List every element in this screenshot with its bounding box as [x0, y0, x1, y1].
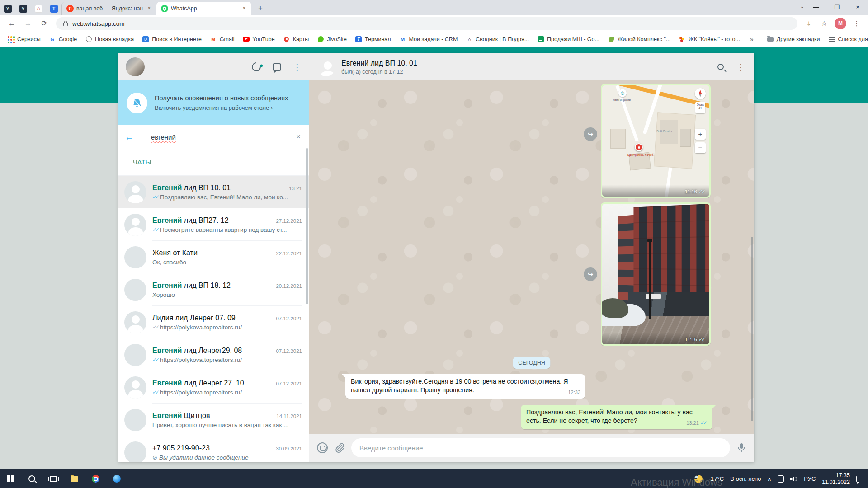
- start-button[interactable]: [0, 469, 21, 488]
- search-bar: ← евгений ×: [118, 125, 309, 149]
- install-icon[interactable]: [802, 17, 815, 30]
- map-image-message[interactable]: ◎ Ленгипроме Seti Center Этаж 41 Центр и…: [601, 84, 711, 198]
- tab-yandex-search[interactable]: Я вацап веб — Яндекс: нашлось 4 ×: [61, 2, 156, 15]
- tray-chevron-icon[interactable]: ∧: [768, 476, 772, 482]
- chrome-taskbar-button[interactable]: [85, 469, 106, 488]
- bookmark-jivosite[interactable]: JivoSite: [314, 34, 349, 44]
- weather-temperature[interactable]: -17°C: [709, 475, 724, 482]
- map-floor-control[interactable]: Этаж 41: [695, 102, 705, 113]
- pinned-tab-terminal[interactable]: T: [46, 2, 61, 15]
- sidebar-menu-icon[interactable]: ⋮: [293, 63, 302, 71]
- bookmarks-overflow-chevron[interactable]: »: [747, 36, 756, 43]
- chat-time: 07.12.2021: [272, 316, 302, 321]
- status-icon[interactable]: [250, 61, 263, 73]
- photo-image-message[interactable]: 11:16 ✓✓: [601, 202, 711, 346]
- forward-button[interactable]: →: [22, 17, 34, 30]
- message-input[interactable]: [351, 438, 730, 457]
- bookmark-crm-tasks[interactable]: ММои задачи - CRM: [396, 34, 461, 44]
- tab-close-icon[interactable]: ×: [146, 5, 153, 12]
- home-icon: ⌂: [35, 5, 42, 13]
- weather-description[interactable]: В осн. ясно: [730, 475, 761, 482]
- chat-header[interactable]: Евгений лид ВП 10. 01 был(-а) сегодня в …: [309, 53, 754, 80]
- action-center-icon[interactable]: [856, 476, 863, 482]
- pinned-tab-realty[interactable]: ⌂: [31, 2, 46, 15]
- chat-list-item[interactable]: Лидия лид Ленрег 07. 0907.12.2021 ✓✓http…: [118, 306, 309, 338]
- bookmark-star-icon[interactable]: ☆: [818, 17, 830, 30]
- bookmark-svodnik[interactable]: ⌂Сводник | В Подря...: [463, 34, 532, 44]
- chat-list-item[interactable]: +7 905 219-90-2330.09.2021 ⊘Вы удалили д…: [118, 436, 309, 462]
- bookmark-maps[interactable]: Карты: [280, 34, 312, 44]
- chat-list-item[interactable]: Евгений лид Ленрег 27. 1007.12.2021 ✓✓ht…: [118, 371, 309, 404]
- bookmark-services[interactable]: Сервисы: [5, 34, 43, 44]
- zoom-in-button[interactable]: +: [695, 129, 706, 140]
- device-tray-icon[interactable]: [778, 475, 784, 483]
- pinned-tab-yandex-1[interactable]: Y: [0, 2, 15, 15]
- new-chat-icon[interactable]: [273, 63, 281, 71]
- avatar: [124, 181, 146, 203]
- chat-list-item[interactable]: Евгений лид Ленрег29. 0807.12.2021 ✓✓htt…: [118, 338, 309, 371]
- bookmark-web-search[interactable]: Поиск в Интернете: [139, 34, 204, 44]
- bookmark-google[interactable]: GGoogle: [46, 34, 80, 44]
- map-pin-label: Центр инж. лечеб.: [627, 153, 655, 157]
- double-check-icon: ✓✓: [152, 324, 158, 330]
- search-input[interactable]: евгений: [151, 133, 176, 141]
- bookmark-sales-sheet[interactable]: Продажи МШ - Go...: [534, 34, 602, 44]
- chat-avatar[interactable]: [316, 57, 335, 76]
- messages-scrollbar[interactable]: [751, 237, 753, 421]
- my-profile-avatar[interactable]: [126, 57, 145, 76]
- deleted-message-icon: ⊘: [152, 454, 157, 461]
- pinned-tab-yandex-2[interactable]: Y: [15, 2, 31, 15]
- browser-profile-avatar[interactable]: М: [835, 18, 846, 29]
- taskbar-search-button[interactable]: [21, 469, 42, 488]
- search-clear-icon[interactable]: ×: [296, 132, 301, 141]
- tab-close-icon[interactable]: ×: [241, 5, 248, 12]
- tab-search-chevron-icon[interactable]: ⌄: [800, 3, 805, 9]
- language-indicator[interactable]: РУС: [804, 475, 816, 482]
- file-explorer-button[interactable]: [64, 469, 85, 488]
- bookmark-residential-complex[interactable]: Жилой Комплекс "...: [605, 34, 673, 44]
- weather-icon[interactable]: [694, 475, 703, 483]
- search-icon: [142, 36, 149, 43]
- map-label: Seti Center: [656, 130, 672, 133]
- zoom-out-button[interactable]: −: [695, 142, 706, 153]
- task-view-button[interactable]: [42, 469, 64, 488]
- browser-taskbar-button[interactable]: [106, 469, 127, 488]
- bookmark-terminal[interactable]: TТерминал: [352, 34, 394, 44]
- chat-list-item[interactable]: Женя от Кати22.12.2021 Ок, спасибо: [118, 241, 309, 273]
- bookmark-kleny[interactable]: ЖК "Клёны" - гото...: [676, 34, 743, 44]
- window-maximize-button[interactable]: ❐: [826, 0, 847, 15]
- window-close-button[interactable]: ×: [847, 0, 868, 15]
- other-bookmarks-button[interactable]: Другие закладки: [764, 34, 823, 44]
- chat-list-item[interactable]: Евгений лид ВП 18. 1220.12.2021 Хорошо: [118, 273, 309, 306]
- search-back-icon[interactable]: ←: [125, 132, 140, 142]
- chat-list-item[interactable]: Евгений лид ВП27. 1227.12.2021 ✓✓Посмотр…: [118, 208, 309, 241]
- conversation-panel: Евгений лид ВП 10. 01 был(-а) сегодня в …: [309, 53, 754, 462]
- search-messages-icon[interactable]: [717, 64, 724, 70]
- new-tab-button[interactable]: +: [254, 2, 267, 15]
- attach-icon[interactable]: [334, 442, 345, 453]
- bookmark-youtube[interactable]: YouTube: [240, 34, 278, 44]
- sidebar-scrollbar[interactable]: [306, 148, 308, 304]
- taskbar-clock[interactable]: 17:35 11.01.2022: [822, 472, 850, 486]
- forward-message-button[interactable]: ↪: [584, 267, 597, 281]
- microphone-icon[interactable]: [736, 442, 746, 453]
- sidebar-header: ⋮: [118, 53, 309, 80]
- tab-whatsapp[interactable]: WhatsApp ×: [156, 2, 251, 15]
- forward-message-button[interactable]: ↪: [584, 127, 597, 141]
- chat-list-item[interactable]: Евгений лид ВП 10. 0113:21 ✓✓Поздравляю …: [118, 176, 309, 208]
- browser-menu-icon[interactable]: ⋮: [850, 17, 863, 30]
- chat-menu-icon[interactable]: ⋮: [736, 63, 745, 71]
- back-button[interactable]: ←: [5, 17, 18, 30]
- compass-icon[interactable]: [695, 88, 706, 99]
- chat-list-item[interactable]: Евгений Щитцов14.11.2021 Привет, хорошо …: [118, 404, 309, 436]
- volume-icon[interactable]: [790, 476, 797, 482]
- reload-button[interactable]: ⟳: [38, 17, 51, 30]
- notifications-banner[interactable]: Получать оповещения о новых сообщениях В…: [118, 80, 309, 125]
- forward-icon: ↪: [588, 130, 594, 138]
- emoji-icon[interactable]: [317, 442, 328, 453]
- bookmark-newtab[interactable]: Новая вкладка: [82, 34, 137, 44]
- bookmark-gmail[interactable]: MGmail: [207, 34, 237, 44]
- address-bar[interactable]: web.whatsapp.com: [56, 17, 797, 30]
- window-minimize-button[interactable]: —: [806, 0, 826, 15]
- reading-list-button[interactable]: Список для чтения: [825, 34, 868, 44]
